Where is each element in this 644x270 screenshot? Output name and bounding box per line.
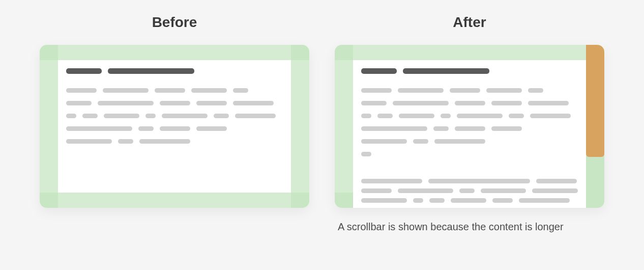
placeholder-bar [361,114,371,118]
placeholder-bar [450,88,480,93]
placeholder-bar [118,139,133,144]
placeholder-line [66,88,283,93]
placeholder-bar [481,188,526,193]
panel-corner [335,193,353,208]
scrollbar-thumb[interactable] [586,45,604,157]
placeholder-bar [509,114,524,118]
placeholder-bar [66,101,92,105]
placeholder-bar [235,114,276,118]
placeholder-bar [455,101,485,105]
placeholder-line [361,88,578,93]
placeholder-line [361,114,578,118]
placeholder-bar [528,88,543,93]
after-content [353,60,586,208]
before-title: Before [152,14,197,31]
panel-corner [291,45,309,60]
placeholder-bar [361,198,407,203]
placeholder-bar [145,114,156,118]
placeholder-bar [66,88,97,93]
placeholder-bar [361,179,422,183]
placeholder-bar [138,126,154,131]
placeholder-bar [214,114,229,118]
placeholder-line [66,101,283,105]
placeholder-bar [233,88,248,93]
placeholder-bar [361,139,407,144]
placeholder-bar [361,68,397,74]
placeholder-bar [428,179,530,183]
placeholder-bar [160,126,190,131]
placeholder-bar [457,114,503,118]
before-content [58,60,291,193]
placeholder-bar [103,88,149,93]
placeholder-bar [98,101,154,105]
placeholder-bar [413,139,428,144]
placeholder-bar [162,114,208,118]
placeholder-bar [233,101,274,105]
before-column: Before [40,14,309,233]
after-panel [335,45,604,208]
placeholder-heading [361,68,578,74]
placeholder-line [66,139,283,144]
placeholder-line [361,188,578,193]
placeholder-bar [66,126,132,131]
placeholder-bar [191,88,227,93]
placeholder-bar [393,101,449,105]
placeholder-bar [398,88,444,93]
placeholder-bar [455,126,485,131]
placeholder-bar [104,114,139,118]
placeholder-line [361,126,578,131]
panel-corner [40,45,58,60]
placeholder-bar [532,188,578,193]
placeholder-line [66,114,283,118]
placeholder-line [361,101,578,105]
placeholder-bar [66,139,112,144]
placeholder-bar [361,188,392,193]
placeholder-bar [413,198,423,203]
paragraph-gap [361,165,578,179]
placeholder-bar [155,88,185,93]
placeholder-bar [528,101,569,105]
placeholder-bar [66,68,102,74]
panel-corner [291,193,309,208]
placeholder-bar [361,88,392,93]
panel-corner [40,193,58,208]
placeholder-bar [441,114,451,118]
placeholder-bar [399,114,434,118]
placeholder-bar [377,114,393,118]
placeholder-bar [196,101,227,105]
placeholder-bar [361,126,427,131]
placeholder-bar [429,198,445,203]
placeholder-bar [139,139,190,144]
placeholder-line [361,152,578,156]
comparison-stage: Before [0,0,644,233]
placeholder-bar [491,126,522,131]
placeholder-line [361,139,578,144]
placeholder-bar [361,152,371,156]
placeholder-bar [492,198,513,203]
after-caption: A scrollbar is shown because the content… [335,221,604,233]
placeholder-bar [536,179,577,183]
placeholder-bar [398,188,453,193]
before-panel [40,45,309,208]
placeholder-bar [491,101,522,105]
placeholder-bar [530,114,571,118]
placeholder-line [66,126,283,131]
placeholder-bar [361,101,387,105]
placeholder-bar [403,68,489,74]
placeholder-bar [82,114,98,118]
panel-corner [335,45,353,60]
after-column: After [335,14,604,233]
placeholder-bar [160,101,190,105]
placeholder-line [361,179,578,183]
placeholder-bar [434,139,485,144]
placeholder-line [361,198,578,203]
placeholder-bar [459,188,475,193]
placeholder-bar [486,88,522,93]
placeholder-bar [108,68,194,74]
placeholder-bar [66,114,76,118]
placeholder-bar [196,126,227,131]
placeholder-bar [433,126,449,131]
placeholder-bar [519,198,570,203]
placeholder-heading [66,68,283,74]
placeholder-bar [451,198,486,203]
